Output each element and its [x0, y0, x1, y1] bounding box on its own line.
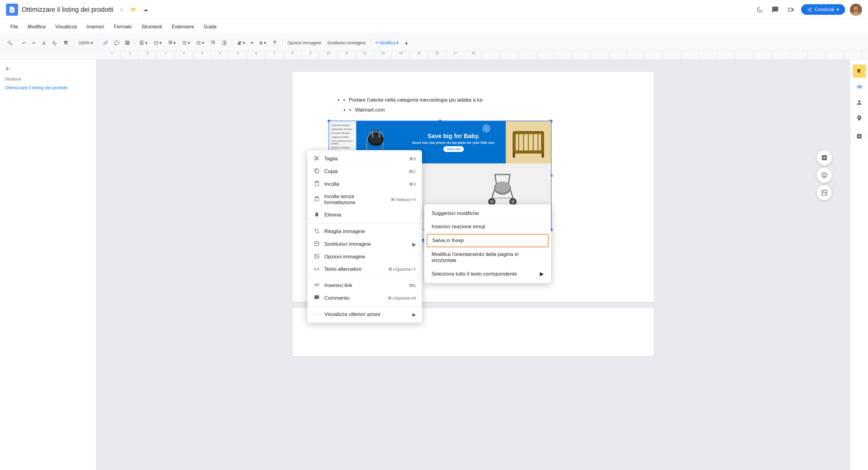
context-alt-text[interactable]: T↗ Testo alternativo ⌘+Opzione+Y — [307, 263, 422, 275]
align-options-button[interactable]: ▾ — [249, 39, 255, 47]
add-panel-button[interactable] — [852, 129, 866, 143]
spellcheck-button[interactable] — [50, 39, 60, 47]
star-icon[interactable]: ☆ — [117, 5, 126, 14]
highlight-button[interactable]: ▾ — [235, 39, 247, 47]
menu-visualizza[interactable]: Visualizza — [51, 22, 81, 31]
menu-estensioni[interactable]: Estensioni — [167, 22, 198, 31]
link-icon — [313, 282, 320, 289]
submenu-orientation[interactable]: Modifica l'orientamento della pagina in … — [424, 248, 551, 267]
bullet-item-2: • Walmart.com — [344, 106, 618, 115]
bullet-item-1: • Portare l'utente nella categoria merce… — [338, 96, 618, 105]
more-actions-arrow: ▶ — [412, 312, 416, 318]
svg-rect-13 — [371, 130, 380, 131]
menu-file[interactable]: File — [6, 22, 22, 31]
ruler: -2 -1 0 1 2 3 4 5 6 7 8 9 10 11 12 13 14… — [0, 51, 868, 60]
history-icon[interactable] — [754, 4, 765, 15]
walmart-shop-now-button[interactable]: Shop now — [443, 146, 464, 152]
share-button[interactable]: Condividi ▾ — [801, 4, 845, 15]
sidebar-back-button[interactable] — [5, 66, 91, 72]
sidebar-nav-item[interactable]: Ottimizzare il listing dei prodotti — [5, 85, 67, 90]
menu-guida[interactable]: Guida — [199, 22, 221, 31]
submenu: Suggerisci modifiche Inserisci reazione … — [424, 204, 551, 283]
image-float-button[interactable] — [817, 185, 832, 200]
replace-image-button[interactable]: Sostituisci immagine — [325, 39, 368, 47]
emoji-button[interactable] — [817, 168, 832, 183]
delete-icon — [313, 212, 320, 218]
svg-point-38 — [511, 200, 515, 204]
video-icon[interactable] — [785, 4, 796, 15]
context-insert-link[interactable]: Inserisci link ⌘K — [307, 279, 422, 292]
print-button[interactable]: 🖨 — [39, 39, 48, 47]
svg-rect-18 — [541, 132, 544, 153]
context-copy[interactable]: Copia ⌘C — [307, 165, 422, 178]
undo-button[interactable]: ↩ — [20, 39, 28, 47]
align-button[interactable]: ▾ — [137, 39, 150, 47]
submenu-emoji[interactable]: Inserisci reazione emoji — [424, 220, 551, 233]
ruler-content: -2 -1 0 1 2 3 4 5 6 7 8 9 10 11 12 13 14… — [102, 51, 868, 59]
context-image-options[interactable]: Opzioni immagine — [307, 251, 422, 263]
menu-strumenti[interactable]: Strumenti — [137, 22, 166, 31]
submenu-suggest[interactable]: Suggerisci modifiche — [424, 207, 551, 220]
maps-panel-button[interactable] — [852, 112, 866, 125]
collapse-button[interactable]: ▲ — [402, 39, 411, 47]
delete-label: Elimina — [324, 212, 341, 218]
edit-mode-button[interactable]: ✏ Modifica ▾ — [373, 39, 401, 47]
trim-button[interactable] — [270, 39, 280, 47]
document-area[interactable]: • Portare l'utente nella categoria merce… — [96, 60, 850, 470]
svg-point-37 — [490, 200, 494, 204]
user-avatar[interactable] — [850, 4, 862, 16]
indent-decrease-button[interactable] — [208, 39, 218, 47]
image-options-icon — [313, 254, 320, 260]
contacts-panel-button[interactable] — [852, 96, 866, 109]
search-button[interactable]: 🔍 — [5, 39, 15, 47]
add-content-button[interactable] — [817, 150, 832, 165]
submenu-save-keep[interactable]: Salva in Keep — [427, 234, 549, 247]
context-paste-unformatted[interactable]: Incolla senza formattazione ⌘+Maiusc+V — [307, 190, 422, 209]
line-spacing-button[interactable]: ▾ — [151, 39, 164, 47]
alt-text-icon: T↗ — [313, 267, 320, 272]
context-comment[interactable]: Commento ⌘+Opzione+M — [307, 292, 422, 304]
svg-point-10 — [369, 133, 382, 144]
comments-icon[interactable] — [770, 4, 781, 15]
context-delete[interactable]: Elimina — [307, 209, 422, 221]
link-button[interactable]: 🔗 — [100, 39, 110, 47]
divider7 — [370, 38, 371, 47]
image-button[interactable]: 🖼 — [123, 39, 132, 47]
divider5 — [232, 38, 232, 47]
comment-button[interactable]: 💬 — [112, 39, 121, 47]
numbered-list-button[interactable]: ▾ — [193, 39, 207, 47]
context-paste[interactable]: Incolla ⌘V — [307, 178, 422, 190]
cloud-icon[interactable]: ☁ — [141, 5, 150, 14]
more-actions-label: Visualizza ulteriori azioni — [324, 312, 380, 318]
svg-rect-19 — [513, 152, 515, 158]
redo-button[interactable]: ↪ — [30, 39, 38, 47]
bullet-list: • Portare l'utente nella categoria merce… — [329, 96, 618, 115]
checklist-button[interactable]: ▾ — [165, 39, 178, 47]
table-button[interactable]: ⊞ ▾ — [257, 39, 269, 47]
zoom-control[interactable]: 100% ▾ — [76, 39, 95, 47]
walmart-hero-text: Save big for Baby. Score low, low prices… — [412, 133, 495, 152]
alt-text-label: Testo alternativo — [324, 266, 362, 272]
context-cut[interactable]: Taglia ⌘X — [307, 152, 422, 165]
paste-shortcut: ⌘V — [409, 182, 416, 186]
keep-panel-button[interactable]: K — [852, 64, 866, 78]
svg-rect-47 — [422, 239, 424, 241]
title-bar-right: Condividi ▾ — [754, 4, 862, 16]
context-more-actions[interactable]: ⋮⋮⋮ Visualizza ulteriori azioni ▶ — [307, 309, 422, 320]
folder-icon[interactable]: 📁 — [129, 5, 138, 14]
insert-link-label: Inserisci link — [324, 283, 352, 289]
context-crop[interactable]: Ritaglia immagine — [307, 225, 422, 238]
context-replace-image[interactable]: Sostituisci immagine ▶ — [307, 238, 422, 251]
tasks-panel-button[interactable] — [852, 80, 866, 93]
menu-modifica[interactable]: Modifica — [24, 22, 50, 31]
image-options-toolbar-button[interactable]: Opzioni immagine — [285, 39, 324, 47]
bullet-list-button[interactable]: ▾ — [179, 39, 192, 47]
paintformat-button[interactable] — [61, 39, 71, 47]
indent-increase-button[interactable] — [219, 39, 229, 47]
context-divider-3 — [307, 306, 422, 306]
svg-point-71 — [823, 191, 824, 192]
paste-label: Incolla — [324, 181, 339, 187]
menu-inserisci[interactable]: Inserisci — [82, 22, 108, 31]
menu-formato[interactable]: Formato — [110, 22, 136, 31]
submenu-select-all[interactable]: Seleziona tutto il testo corrispondente … — [424, 267, 551, 281]
